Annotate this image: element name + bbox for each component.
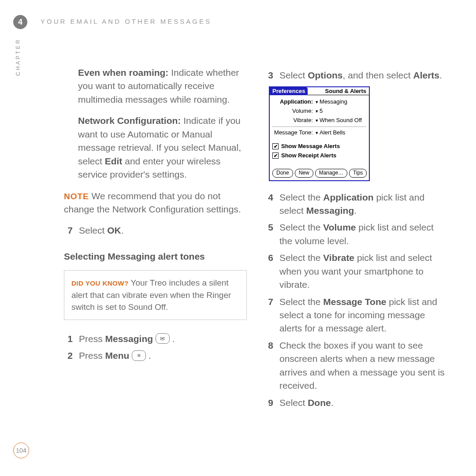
palm-check-message-alerts[interactable]: ✔ Show Message Alerts — [272, 142, 366, 151]
step-number: 6 — [264, 251, 273, 291]
palm-done-button[interactable]: Done — [272, 169, 293, 178]
step-text: Select Options, and then select Alerts. — [279, 69, 447, 82]
palm-check-label: Show Message Alerts — [281, 142, 340, 151]
chapter-badge: 4 — [13, 15, 27, 29]
did-you-know-box: DID YOU KNOW? Your Treo includes a silen… — [64, 270, 247, 320]
step-number: 4 — [264, 191, 273, 218]
palm-manage-button[interactable]: Manage… — [315, 169, 347, 178]
left-step-1: 1 Press Messaging ✉ . — [64, 332, 247, 346]
step-number: 1 — [64, 332, 73, 346]
side-chapter-label: CHAPTER — [15, 38, 21, 76]
palm-picklist[interactable]: When Sound Off — [316, 116, 362, 125]
palm-button-row: Done New Manage… Tips — [272, 169, 366, 178]
menu-key-icon: ≡ — [132, 350, 146, 361]
step-text: Select the Application pick list and sel… — [279, 191, 447, 218]
step-number: 9 — [264, 396, 273, 409]
step-text: Select Done. — [279, 396, 447, 409]
left-step-2: 2 Press Menu ≡ . — [64, 349, 247, 362]
palm-check-label: Show Receipt Alerts — [281, 152, 336, 160]
palm-label: Application: — [272, 98, 313, 106]
palm-screenshot: Preferences Sound & Alerts Application: … — [269, 86, 370, 181]
note-body: We recommend that you do not change the … — [64, 191, 241, 214]
palm-label: Volume: — [272, 107, 313, 115]
left-column: Even when roaming: Indicate whether you … — [64, 66, 247, 366]
netconf-lead: Network Configuration: — [78, 115, 181, 126]
did-you-know-lead: DID YOU KNOW? — [71, 279, 129, 287]
step-number: 3 — [264, 69, 273, 82]
note-para: NOTE We recommend that you do not change… — [64, 190, 247, 216]
step-text: Press Menu ≡ . — [79, 349, 247, 362]
palm-row-volume: Volume: 5 — [272, 107, 366, 115]
palm-row-tone: Message Tone: Alert Bells — [272, 129, 366, 137]
palm-picklist[interactable]: Messaging — [316, 98, 347, 106]
step-number: 7 — [64, 224, 73, 237]
note-lead: NOTE — [64, 192, 89, 201]
step-text: Select OK. — [79, 224, 247, 237]
palm-titlebar: Preferences Sound & Alerts — [270, 87, 369, 95]
subheading: Selecting Messaging alert tones — [64, 250, 247, 263]
checkbox-checked-icon: ✔ — [272, 143, 279, 149]
right-step-7: 7 Select the Message Tone pick list and … — [264, 295, 447, 335]
palm-picklist[interactable]: 5 — [316, 107, 323, 115]
page-number: 104 — [13, 443, 29, 458]
netconf-para: Network Configuration: Indicate if you w… — [78, 114, 247, 181]
roaming-lead: Even when roaming: — [78, 67, 168, 78]
manual-page: 4 YOUR EMAIL AND OTHER MESSAGES CHAPTER … — [0, 0, 476, 476]
step-text: Press Messaging ✉ . — [79, 332, 247, 346]
palm-body: Application: Messaging Volume: 5 Vibrate… — [270, 95, 369, 180]
roaming-para: Even when roaming: Indicate whether you … — [78, 66, 247, 106]
palm-row-vibrate: Vibrate: When Sound Off — [272, 116, 366, 125]
palm-tips-button[interactable]: Tips — [349, 169, 367, 178]
step-number: 7 — [264, 295, 273, 335]
right-step-5: 5 Select the Volume pick list and select… — [264, 221, 447, 248]
palm-row-application: Application: Messaging — [272, 98, 366, 106]
left-step-7: 7 Select OK. — [64, 224, 247, 237]
header-title: YOUR EMAIL AND OTHER MESSAGES — [41, 18, 212, 25]
right-step-4: 4 Select the Application pick list and s… — [264, 191, 447, 218]
palm-picklist[interactable]: Alert Bells — [316, 129, 346, 137]
right-step-8: 8 Check the boxes if you want to see ons… — [264, 339, 447, 393]
right-column: 3 Select Options, and then select Alerts… — [264, 66, 447, 413]
palm-new-button[interactable]: New — [295, 169, 313, 178]
step-number: 5 — [264, 221, 273, 248]
step-number: 2 — [64, 349, 73, 362]
palm-title-category: Sound & Alerts — [308, 87, 369, 95]
right-step-9: 9 Select Done. — [264, 396, 447, 409]
step-text: Select the Message Tone pick list and se… — [279, 295, 447, 335]
step-text: Select the Volume pick list and select t… — [279, 221, 447, 248]
step-number: 8 — [264, 339, 273, 393]
right-step-6: 6 Select the Vibrate pick list and selec… — [264, 251, 447, 291]
palm-title-tab: Preferences — [270, 87, 308, 95]
palm-label: Vibrate: — [272, 116, 313, 125]
right-step-3: 3 Select Options, and then select Alerts… — [264, 69, 447, 82]
palm-separator — [272, 126, 366, 127]
messaging-key-icon: ✉ — [156, 333, 170, 344]
checkbox-checked-icon: ✔ — [272, 152, 279, 159]
step-text: Select the Vibrate pick list and select … — [279, 251, 447, 291]
palm-label: Message Tone: — [272, 129, 313, 137]
step-text: Check the boxes if you want to see onscr… — [279, 339, 447, 393]
netconf-edit: Edit — [105, 156, 123, 166]
palm-check-receipt-alerts[interactable]: ✔ Show Receipt Alerts — [272, 152, 366, 160]
chapter-number: 4 — [18, 18, 22, 27]
